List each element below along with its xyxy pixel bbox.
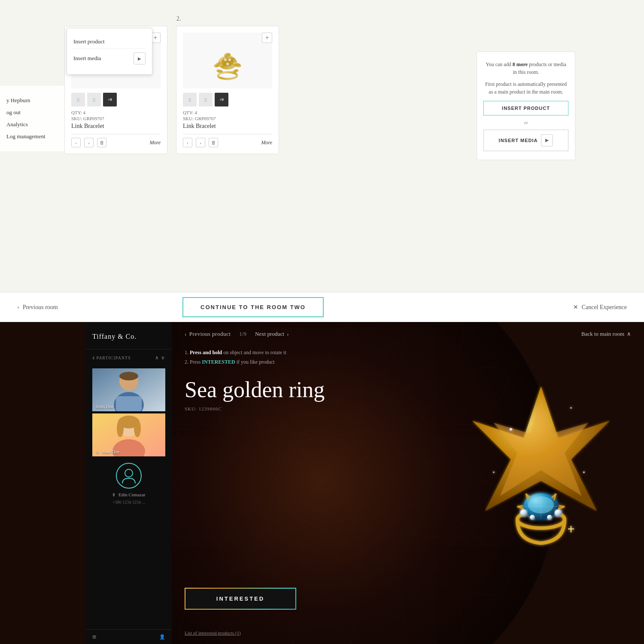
svg-point-61: [570, 407, 572, 409]
product-name-1: Link Bracelet: [71, 123, 161, 130]
product-card-2: 2.: [176, 26, 279, 154]
svg-point-58: [530, 515, 535, 520]
svg-point-56: [520, 510, 527, 516]
card-actions-2: ‹ › 🗑 More: [183, 138, 272, 147]
participant-photo-jane: 🎙 Jane Doe: [92, 413, 165, 456]
participants-chevrons: ∧ ∨: [155, 355, 165, 361]
sidebar-item-analytics[interactable]: Analytics: [6, 118, 66, 131]
svg-point-63: [493, 471, 495, 473]
press-hold-text: Press and hold: [190, 349, 222, 355]
back-main-room-btn[interactable]: Back to main room ∧: [581, 331, 631, 337]
back-main-room-chevron: ∧: [627, 331, 631, 337]
product-sku-1: SKU: GRP09707: [71, 116, 161, 121]
sidebar-item-hepburn[interactable]: y Hepburn: [6, 94, 66, 106]
add-product-btn-2[interactable]: +: [262, 33, 272, 43]
info-panel: You can add 8 more products or media in …: [477, 52, 575, 160]
prev-room-btn[interactable]: ‹ Previous room: [17, 304, 58, 311]
top-bottom-nav: ‹ Previous room CONTINUE TO THE ROOM TWO…: [0, 292, 644, 322]
product-name-2: Link Bracelet: [183, 123, 272, 130]
interested-list-link[interactable]: List of interested products (1): [185, 630, 241, 635]
info-insert-product-btn[interactable]: INSERT PRODUCT: [483, 101, 568, 115]
product-image-2: [183, 33, 272, 88]
sidebar-user-btn[interactable]: 👤: [159, 634, 165, 640]
delete-btn-1[interactable]: 🗑: [97, 138, 106, 147]
ring-3d-area: [399, 365, 623, 601]
delete-btn-2[interactable]: 🗑: [209, 138, 218, 147]
interested-instruction-text: INTERESTED: [202, 359, 235, 365]
bottom-main: ‹ Previous product 1/9 Next product › Ba…: [172, 322, 644, 644]
next-btn-1[interactable]: ›: [84, 138, 94, 147]
interested-btn[interactable]: INTERESTED: [185, 588, 296, 610]
instruction-line-1: 1. Press and hold on object and move to …: [185, 348, 631, 358]
prev-room-chevron: ‹: [17, 304, 19, 311]
svg-point-46: [117, 420, 124, 437]
svg-point-47: [134, 420, 141, 437]
sidebar-bottom-actions: ⊞ 👤: [86, 629, 172, 644]
participant-name-john: John Doe: [96, 404, 114, 409]
insert-product-option[interactable]: Insert product: [73, 35, 146, 49]
svg-point-48: [125, 469, 133, 477]
thumb-3[interactable]: 💍: [183, 93, 197, 106]
product-qty-1: QTY: 4: [71, 110, 161, 115]
thumb-4[interactable]: 💍: [199, 93, 213, 106]
next-btn-2[interactable]: ›: [196, 138, 205, 147]
prev-product-chevron: ‹: [185, 331, 187, 337]
cancel-label: Cancel Experience: [582, 304, 627, 311]
tiffany-logo: Tiffany & Co.: [86, 322, 172, 349]
tiffany-sidebar: Tiffany & Co. 4 PARTICIPANTS ∧ ∨: [86, 322, 172, 644]
svg-point-27: [226, 63, 229, 65]
prev-product-label: Previous product: [189, 331, 231, 337]
svg-point-20: [224, 53, 231, 58]
interested-btn-label: INTERESTED: [216, 595, 264, 602]
insert-media-option[interactable]: Insert media ▶: [73, 49, 146, 68]
card-num-2: 2.: [176, 15, 181, 22]
info-text: You can add 8 more products or media in …: [483, 61, 568, 76]
admin-sidebar: y Hepburn og out Analytics Log managemen…: [0, 86, 73, 151]
info-insert-media-btn[interactable]: INSERT MEDIA ▶: [483, 130, 568, 151]
thumb-more-2[interactable]: +9: [215, 93, 228, 106]
svg-point-60: [510, 428, 512, 431]
interested-btn-container: INTERESTED: [185, 588, 296, 610]
product-thumbnails-2: 💍 💍 +9: [183, 93, 272, 106]
participant-phone-edin: +386 1234 1234 ...: [86, 498, 172, 506]
top-section: y Hepburn og out Analytics Log managemen…: [0, 0, 644, 322]
sidebar-grid-btn[interactable]: ⊞: [92, 634, 96, 640]
sidebar-item-logout[interactable]: og out: [6, 106, 66, 118]
info-subtext: First product is automatically presented…: [483, 80, 568, 96]
product-thumbnails-1: 💍 💍 +9: [71, 93, 161, 106]
mic-icon-edin: 🎙: [112, 493, 116, 497]
prev-btn-2[interactable]: ‹: [183, 138, 192, 147]
cancel-btn[interactable]: ✕ Cancel Experience: [573, 304, 627, 311]
prev-btn-1[interactable]: ‹: [71, 138, 81, 147]
svg-point-62: [583, 471, 585, 473]
thumb-1[interactable]: 💍: [71, 93, 85, 106]
continue-btn[interactable]: CONTINUE TO THE ROOM TWO: [182, 297, 324, 317]
insert-media-label: Insert media: [73, 55, 101, 62]
sidebar-item-log-management[interactable]: Log management: [6, 131, 66, 143]
prev-product-btn[interactable]: ‹ Previous product: [185, 331, 231, 337]
mic-icon-jane: 🎙: [96, 450, 100, 454]
participants-count-label: 4 PARTICIPANTS: [92, 355, 131, 360]
ring-3d-svg: [399, 365, 623, 601]
next-product-label: Next product: [255, 331, 284, 337]
insert-popup: Insert product Insert media ▶: [67, 28, 152, 75]
card-actions-1: ‹ › 🗑 More: [71, 138, 161, 147]
chevron-up-btn[interactable]: ∧: [155, 355, 159, 361]
next-product-chevron: ›: [287, 331, 289, 337]
participant-photo-john: John Doe: [92, 368, 165, 411]
participant-name-edin: 🎙 Edin Cemazar: [86, 491, 172, 498]
media-play-icon[interactable]: ▶: [134, 52, 146, 64]
thumb-2[interactable]: 💍: [87, 93, 101, 106]
svg-point-26: [228, 58, 231, 61]
more-count: 8 more: [513, 61, 528, 67]
more-btn-2[interactable]: More: [261, 140, 272, 146]
participant-name-jane: 🎙 Jane Doe: [96, 449, 119, 454]
next-product-btn[interactable]: Next product ›: [255, 331, 289, 337]
chevron-down-btn[interactable]: ∨: [161, 355, 165, 361]
info-or-label: or: [483, 119, 568, 126]
more-btn-1[interactable]: More: [149, 140, 161, 146]
svg-point-57: [555, 510, 562, 516]
product-nav-bar: ‹ Previous product 1/9 Next product › Ba…: [172, 322, 644, 346]
thumb-more-1[interactable]: +9: [103, 93, 117, 106]
svg-point-25: [224, 58, 227, 61]
